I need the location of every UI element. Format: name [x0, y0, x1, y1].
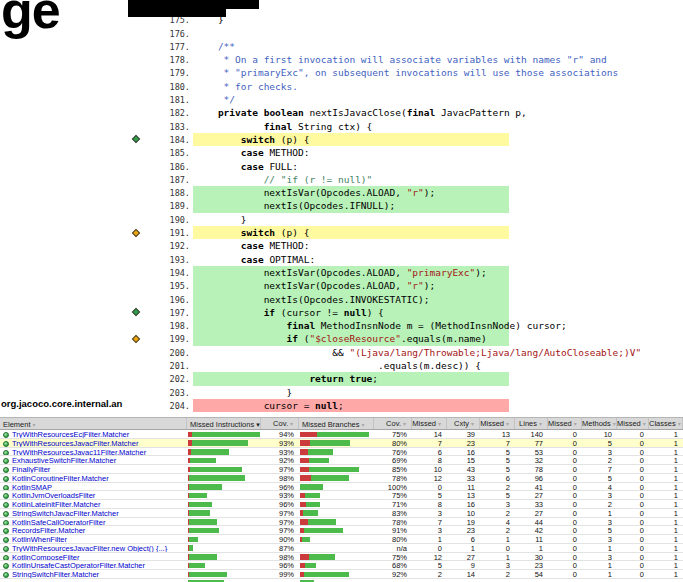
missed-cxty-value: 0: [412, 544, 447, 552]
lines-value: 33: [515, 500, 548, 508]
column-header[interactable]: Missed▾: [617, 418, 649, 429]
missed-instructions-bar: [187, 535, 261, 543]
missed-cxty-value: 7: [412, 439, 447, 447]
branch-coverage-value: 100%: [374, 483, 412, 491]
table-row: KotlinLateinitFilter.Matcher 96% 71% 8 1…: [0, 500, 683, 509]
column-header[interactable]: Cov.▾: [261, 418, 299, 429]
column-header-label: Cxty: [454, 419, 469, 428]
classes-value: 1: [649, 483, 683, 491]
branches-covered-segment: [306, 502, 320, 508]
cxty-value: 23: [447, 526, 480, 534]
element-link[interactable]: KotlinWhenFilter: [12, 535, 67, 543]
cxty-value: 10: [447, 509, 480, 517]
line-number: 194.: [128, 268, 190, 278]
missed-lines-value: 2: [480, 526, 515, 534]
column-header[interactable]: Lines▾: [515, 418, 548, 429]
methods-value: 5: [582, 439, 617, 447]
column-header[interactable]: Cxty▾: [447, 418, 480, 429]
element-link[interactable]: KotlinCoroutineFilter.Matcher: [12, 474, 109, 482]
missed-instructions-bar: [187, 430, 261, 438]
sort-icon[interactable]: ▾: [643, 421, 646, 427]
sort-icon[interactable]: ▾: [471, 421, 474, 427]
column-header[interactable]: Methods▾: [582, 418, 617, 429]
column-header[interactable]: Classes▾: [649, 418, 683, 429]
column-header[interactable]: Missed▾: [548, 418, 582, 429]
element-link[interactable]: StringSwitchJavacFilter.Matcher: [12, 509, 119, 517]
element-link[interactable]: TryWithResourcesJavacFilter.new Object()…: [12, 544, 167, 552]
missed-cxty-value: 14: [412, 430, 447, 438]
missed-branches-bar: [299, 509, 374, 517]
column-header[interactable]: Missed▾: [412, 418, 447, 429]
table-row: KotlinWhenFilter 90% 80% 1 6 1 11 0 3 0 …: [0, 535, 683, 544]
column-header[interactable]: Cov.▾: [374, 418, 412, 429]
branch-coverage-value: 68%: [374, 561, 412, 569]
element-link[interactable]: StringSwitchFilter.Matcher: [12, 570, 99, 578]
branch-coverage-value: 78%: [374, 518, 412, 526]
branches-covered-segment: [309, 458, 329, 464]
source-text: */: [195, 94, 235, 106]
branch-coverage-value: 71%: [374, 500, 412, 508]
element-link[interactable]: KotlinUnsafeCastOperatorFilter.Matcher: [12, 561, 145, 569]
missed-instructions-bar: [187, 553, 261, 561]
sort-icon[interactable]: ▾: [613, 421, 616, 427]
sort-icon[interactable]: ▾: [362, 422, 365, 428]
missed-methods-value: 0: [548, 465, 582, 473]
branches-covered-segment: [302, 537, 310, 543]
line-number: 195.: [128, 281, 190, 291]
element-link[interactable]: TryWithResourcesJavac11Filter.Matcher: [12, 448, 146, 456]
branch-coverage-value: 75%: [374, 430, 412, 438]
element-link[interactable]: KotlinLateinitFilter.Matcher: [12, 500, 100, 508]
element-link[interactable]: FinallyFilter: [12, 465, 50, 473]
sort-icon[interactable]: ▾: [506, 421, 509, 427]
element-link[interactable]: KotlinJvmOverloadsFilter: [12, 491, 95, 499]
column-header[interactable]: Element▾: [0, 418, 187, 429]
element-link[interactable]: KotlinSafeCallOperatorFilter: [12, 518, 105, 526]
classes-value: 1: [649, 509, 683, 517]
missed-classes-value: 0: [617, 535, 649, 543]
sort-icon[interactable]: ▾: [574, 421, 577, 427]
instruction-coverage-value: 93%: [261, 448, 299, 456]
sort-icon[interactable]: ▾: [33, 422, 36, 428]
classes-value: 1: [649, 544, 683, 552]
missed-lines-value: 4: [480, 518, 515, 526]
source-text: case METHOD:: [195, 147, 309, 159]
element-link[interactable]: ExhaustiveSwitchFilter.Matcher: [12, 456, 116, 464]
column-header[interactable]: Missed▾: [480, 418, 515, 429]
element-link[interactable]: TryWithResourcesEcjFilter.Matcher: [12, 430, 129, 438]
classes-value: 1: [649, 439, 683, 447]
sort-icon[interactable]: ▾: [403, 421, 406, 427]
missed-lines-value: 1: [480, 553, 515, 561]
line-number: 203.: [128, 388, 190, 398]
column-header[interactable]: Missed Branches▾: [299, 418, 374, 429]
sort-icon[interactable]: ▾: [539, 421, 542, 427]
code-line: 200. && "(Ljava/lang/Throwable;Ljava/lan…: [128, 346, 683, 359]
element-link[interactable]: TryWithResourcesJavacFilter.Matcher: [12, 439, 138, 447]
element-link[interactable]: KotlinComposeFilter: [12, 553, 80, 561]
cxty-value: 14: [447, 570, 480, 578]
instructions-covered-segment: [189, 572, 227, 578]
instruction-coverage-value: 93%: [261, 491, 299, 499]
code-line: 185. case METHOD:: [128, 146, 683, 159]
redaction-bar: [128, 0, 259, 9]
line-number: 186.: [128, 162, 190, 172]
column-header[interactable]: Missed Instructions▾: [187, 418, 261, 429]
sort-icon[interactable]: ▾: [290, 421, 293, 427]
branches-missed-segment: [300, 449, 308, 455]
sort-icon[interactable]: ▾: [438, 421, 441, 427]
missed-methods-value: 0: [548, 483, 582, 491]
sort-icon[interactable]: ▾: [256, 421, 260, 428]
missed-lines-value: 1: [480, 535, 515, 543]
lines-value: 54: [515, 570, 548, 578]
sort-icon[interactable]: ▾: [678, 421, 681, 427]
branches-missed-segment: [300, 458, 309, 464]
element-link[interactable]: RecordsFilter.Matcher: [12, 526, 85, 534]
branches-covered-segment: [309, 467, 359, 473]
missed-instructions-bar: [187, 465, 261, 473]
instruction-coverage-value: 97%: [261, 526, 299, 534]
class-icon: [3, 432, 9, 438]
code-line: 178. * On a first invocation will associ…: [128, 53, 683, 66]
code-line: 192. case METHOD:: [128, 239, 683, 252]
source-text: // "if (r != null)": [195, 174, 372, 186]
element-link[interactable]: KotlinSMAP: [12, 483, 52, 491]
classes-value: 1: [649, 553, 683, 561]
